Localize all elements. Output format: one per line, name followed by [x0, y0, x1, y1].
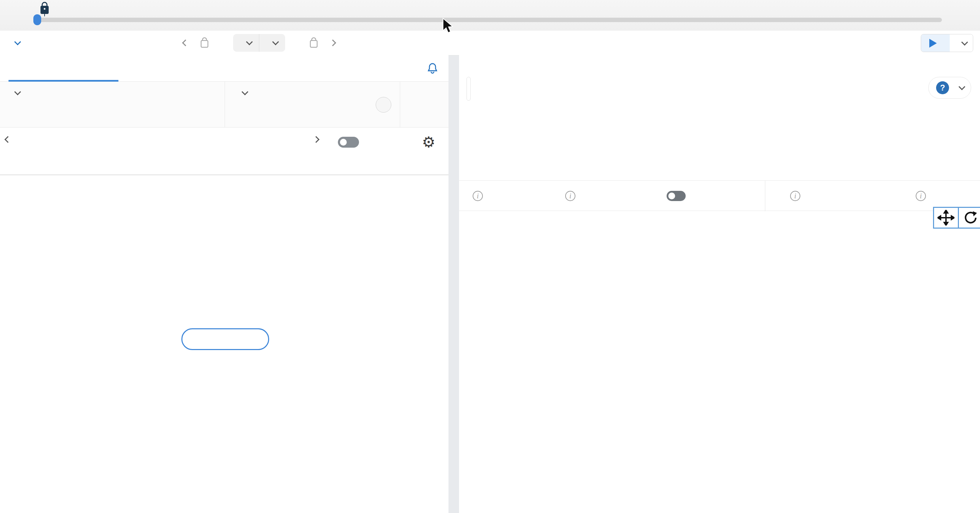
chevron-down-icon	[246, 38, 253, 45]
payoff-chart[interactable]	[459, 204, 980, 513]
timeline-bar	[0, 0, 980, 31]
tab-option-chain[interactable]	[8, 55, 118, 82]
info-icon[interactable]: i	[565, 191, 576, 201]
datetime-picker	[233, 34, 285, 52]
next-marker-bag-icon[interactable]	[309, 37, 318, 49]
instrument-row	[0, 82, 449, 127]
left-tabs	[0, 55, 449, 82]
future-block	[237, 91, 247, 101]
tab-positions[interactable]	[143, 55, 224, 82]
play-icon	[929, 39, 937, 48]
expiry-row: ⚙	[0, 127, 449, 156]
chevron-down-icon	[242, 89, 248, 95]
payoff-tabs	[466, 77, 471, 101]
time-dropdown[interactable]	[259, 34, 285, 52]
underlying-dropdown[interactable]	[10, 91, 19, 95]
prev-marker-bag-icon[interactable]	[200, 37, 209, 49]
help-center-button[interactable]: ?	[928, 77, 971, 98]
multiply-lot-size-toggle[interactable]	[667, 191, 686, 201]
mouse-cursor	[442, 18, 455, 34]
chevron-down-icon	[14, 89, 21, 95]
expiry-scroll-right-icon[interactable]	[313, 136, 320, 143]
synthetic-fut-badge	[181, 328, 269, 350]
import-export-menu[interactable]	[10, 31, 19, 55]
step-far-forward-icon[interactable]	[329, 40, 336, 46]
view-positions-toggle[interactable]	[338, 137, 359, 148]
chart-controls	[933, 207, 980, 229]
gear-icon[interactable]: ⚙	[422, 127, 435, 156]
step-far-back-icon[interactable]	[182, 40, 189, 46]
chevron-down-icon	[14, 38, 21, 45]
speed-dropdown[interactable]	[950, 34, 973, 52]
bell-icon	[427, 62, 438, 75]
chevron-down-icon	[959, 83, 966, 90]
option-chain-panel: ⚙	[0, 55, 449, 513]
autoplay-button[interactable]	[921, 34, 950, 52]
date-dropdown[interactable]	[233, 34, 259, 52]
info-icon[interactable]: i	[790, 191, 800, 201]
expiry-scroll-left-icon[interactable]	[5, 136, 11, 143]
toolbar	[0, 31, 980, 56]
timeline-slider-track[interactable]	[34, 18, 942, 22]
chevron-down-icon	[961, 39, 968, 46]
reset-icon	[963, 210, 978, 225]
question-icon: ?	[936, 81, 949, 94]
divider	[224, 82, 225, 127]
pan-chart-button[interactable]	[934, 208, 958, 227]
move-icon	[937, 210, 955, 226]
time-step-controls	[183, 31, 335, 55]
add-instrument-button[interactable]	[375, 97, 391, 113]
clear-button[interactable]	[400, 82, 449, 127]
future-dropdown[interactable]	[237, 91, 247, 95]
add-edit-alerts-button[interactable]	[427, 55, 442, 82]
underlying-block	[10, 91, 19, 101]
chevron-down-icon	[272, 38, 279, 45]
chain-table-header	[0, 156, 449, 175]
position-marker-bag-icon[interactable]	[38, 2, 51, 16]
autoplay-control	[921, 34, 973, 52]
info-icon[interactable]: i	[916, 191, 926, 201]
reset-chart-button[interactable]	[959, 208, 980, 227]
payoff-panel: ? i i i i	[459, 55, 980, 513]
info-icon[interactable]: i	[473, 191, 483, 201]
